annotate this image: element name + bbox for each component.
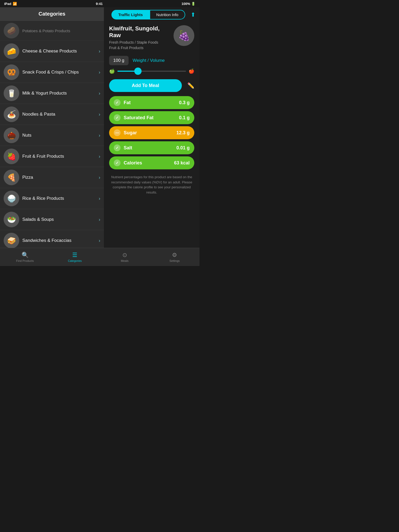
bottom-nav: 🔍 Find Products ☰ Categories ⊙ Meals ⚙ S… xyxy=(0,248,200,266)
product-name: Kiwifruit, Sungold, Raw xyxy=(109,25,170,39)
nutrition-bar-calories: ✓ Calories 63 kcal xyxy=(109,156,194,169)
bar-icon-salt: ✓ xyxy=(114,144,121,151)
category-label-fruit: Fruit & Fruit Products xyxy=(19,154,99,159)
weight-label: Weight / Volume xyxy=(133,58,165,63)
bar-icon-sat-fat: ✓ xyxy=(114,114,121,121)
nav-settings-label: Settings xyxy=(169,259,180,262)
category-item-milk[interactable]: 🥛 Milk & Yogurt Products › xyxy=(0,83,104,104)
list-icon: ☰ xyxy=(72,252,77,258)
category-item-salads[interactable]: 🥗 Salads & Soups › xyxy=(0,209,104,230)
wifi-icon: 📶 xyxy=(13,2,17,6)
nutrition-section: ✓ Fat 0.3 g ✓ Saturated Fat 0.1 g — Suga… xyxy=(104,95,200,170)
category-list[interactable]: 🥔 Potatoes & Potato Products 🧀 Cheese & … xyxy=(0,21,104,248)
nav-meals-label: Meals xyxy=(121,259,128,262)
category-label-salads: Salads & Soups xyxy=(19,217,99,222)
slider-row: 🍏 🍎 xyxy=(104,67,200,77)
category-image-nuts: 🌰 xyxy=(4,128,19,143)
category-image-snack: 🥨 xyxy=(4,64,19,80)
bar-value-sugar: 12.3 g xyxy=(176,130,190,136)
product-section: Kiwifruit, Sungold, Raw Fresh Products /… xyxy=(104,22,200,54)
category-item-sandwiches[interactable]: 🥪 Sandwiches & Focaccias › xyxy=(0,230,104,248)
add-to-meal-button[interactable]: Add To Meal xyxy=(109,79,182,92)
category-item-pizza[interactable]: 🍕 Pizza › xyxy=(0,167,104,188)
nav-meals[interactable]: ⊙ Meals xyxy=(100,248,150,266)
bar-value-fat: 0.3 g xyxy=(179,100,190,105)
category-label-snack: Snack Food & Crisps / Chips xyxy=(19,69,99,75)
category-item-noodles[interactable]: 🍝 Noodles & Pasta › xyxy=(0,104,104,125)
weight-value: 100 g xyxy=(109,56,129,65)
category-label-pizza: Pizza xyxy=(19,175,99,180)
bar-name-sugar: Sugar xyxy=(124,130,173,136)
product-info: Kiwifruit, Sungold, Raw Fresh Products /… xyxy=(109,25,170,51)
bar-name-salt: Salt xyxy=(124,145,173,151)
categories-title: Categories xyxy=(4,11,100,17)
nav-categories[interactable]: ☰ Categories xyxy=(50,248,100,266)
bar-name-sat-fat: Saturated Fat xyxy=(124,115,176,121)
bar-icon-fat: ✓ xyxy=(114,99,121,106)
chevron-right-icon: › xyxy=(99,112,100,117)
status-left: iPad 📶 xyxy=(4,2,17,6)
slider-thumb[interactable] xyxy=(134,68,142,75)
bar-name-calories: Calories xyxy=(124,160,171,166)
category-image-cheese: 🧀 xyxy=(4,43,19,59)
bar-name-fat: Fat xyxy=(124,100,176,105)
category-image-fruit: 🍓 xyxy=(4,149,19,164)
category-label-milk: Milk & Yogurt Products xyxy=(19,90,99,96)
category-item-nuts[interactable]: 🌰 Nuts › xyxy=(0,125,104,146)
category-item-fruit[interactable]: 🍓 Fruit & Fruit Products › xyxy=(0,146,104,167)
bar-icon-calories: ✓ xyxy=(114,159,121,166)
status-bar: iPad 📶 9:41 100% 🔋 xyxy=(0,0,200,7)
category-image-potatoes: 🥔 xyxy=(4,23,19,38)
left-panel: Categories 🥔 Potatoes & Potato Products … xyxy=(0,7,104,248)
battery-level: 100% xyxy=(182,2,190,6)
chevron-right-icon: › xyxy=(99,154,100,159)
battery-icon: 🔋 xyxy=(191,2,195,6)
status-time: 9:41 xyxy=(96,2,103,6)
tab-nutrition-info[interactable]: Nutrition Info xyxy=(150,10,185,19)
app-content: Categories 🥔 Potatoes & Potato Products … xyxy=(0,7,200,248)
chevron-right-icon: › xyxy=(99,196,100,201)
category-image-rice: 🍚 xyxy=(4,191,19,206)
product-image: 🍇 xyxy=(174,25,194,46)
nav-find-products[interactable]: 🔍 Find Products xyxy=(0,248,50,266)
category-item-rice[interactable]: 🍚 Rice & Rice Products › xyxy=(0,188,104,209)
add-meal-row: Add To Meal ✏️ xyxy=(104,77,200,95)
chevron-right-icon: › xyxy=(99,175,100,180)
slider-max-icon: 🍎 xyxy=(189,68,194,74)
categories-header: Categories xyxy=(0,7,104,21)
chevron-right-icon: › xyxy=(99,91,100,96)
tab-traffic-lights[interactable]: Traffic Lights xyxy=(111,10,149,19)
right-panel: Traffic Lights Nutrition Info ⬆ Kiwifrui… xyxy=(104,7,200,248)
nutrition-bar-sat-fat: ✓ Saturated Fat 0.1 g xyxy=(109,111,194,124)
share-icon[interactable]: ⬆ xyxy=(191,11,195,18)
nav-categories-label: Categories xyxy=(68,259,82,262)
category-label-noodles: Noodles & Pasta xyxy=(19,111,99,117)
category-image-noodles: 🍝 xyxy=(4,107,19,122)
disclaimer: Nutrient percentages for this product ar… xyxy=(104,170,200,197)
nav-settings[interactable]: ⚙ Settings xyxy=(150,248,200,266)
meals-icon: ⊙ xyxy=(122,252,127,258)
category-label-sandwiches: Sandwiches & Focaccias xyxy=(19,238,99,243)
bar-value-calories: 63 kcal xyxy=(174,160,190,166)
product-category-line1: Fresh Products / Staple Foods xyxy=(109,40,170,45)
weight-slider-track[interactable] xyxy=(117,71,186,72)
bar-value-salt: 0.01 g xyxy=(176,145,190,151)
chevron-right-icon: › xyxy=(99,70,100,75)
gear-icon: ⚙ xyxy=(172,252,177,258)
nav-find-label: Find Products xyxy=(16,259,34,262)
nutrition-bar-salt: ✓ Salt 0.01 g xyxy=(109,141,194,154)
category-item-cheese[interactable]: 🧀 Cheese & Cheese Products › xyxy=(0,41,104,62)
category-item-snack[interactable]: 🥨 Snack Food & Crisps / Chips › xyxy=(0,62,104,83)
product-category-line2: Fruit & Fruit Products xyxy=(109,45,170,51)
category-image-salads: 🥗 xyxy=(4,212,19,227)
status-right: 100% 🔋 xyxy=(182,2,195,6)
bar-icon-sugar: — xyxy=(114,129,121,136)
search-icon: 🔍 xyxy=(22,252,29,258)
chevron-right-icon: › xyxy=(99,49,100,54)
chevron-right-icon: › xyxy=(99,133,100,138)
category-label-rice: Rice & Rice Products xyxy=(19,196,99,201)
category-label-nuts: Nuts xyxy=(19,132,99,138)
edit-icon[interactable]: ✏️ xyxy=(187,82,194,89)
category-item-potatoes[interactable]: 🥔 Potatoes & Potato Products xyxy=(0,21,104,41)
category-image-milk: 🥛 xyxy=(4,85,19,101)
